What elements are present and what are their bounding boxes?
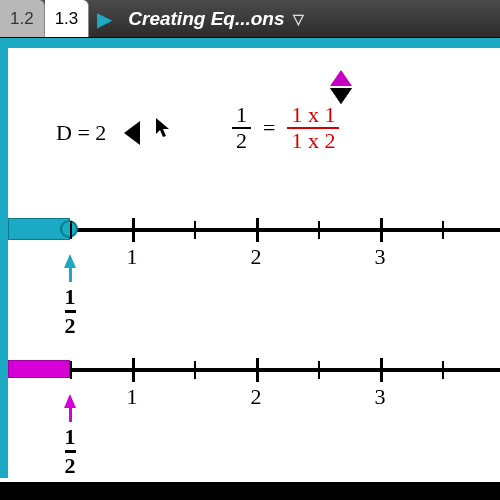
tick2-1-label: 1 — [127, 384, 138, 410]
page-title: Creating Eq...ons ▽ — [120, 0, 500, 37]
d-label: D = 2 — [56, 120, 106, 146]
tick2-2 — [256, 358, 259, 382]
tick2-2-5 — [318, 361, 320, 379]
tick-3 — [380, 218, 383, 242]
pointer-2-arrow-icon — [64, 394, 76, 408]
pointer-1-num: 1 — [65, 286, 76, 308]
tick-3-5 — [442, 221, 444, 239]
pointer-1-arrow-icon — [64, 254, 76, 268]
value-marker[interactable] — [328, 70, 354, 104]
ribbon — [0, 38, 500, 48]
equals-sign: = — [263, 115, 275, 141]
tick2-3-label: 3 — [375, 384, 386, 410]
cursor-icon — [154, 116, 174, 146]
title-chevron-down-icon[interactable]: ▽ — [293, 11, 304, 27]
pointer-2: 1 2 — [64, 394, 76, 477]
tick-1-5 — [194, 221, 196, 239]
tick2-3 — [380, 358, 383, 382]
app-frame: 1.2 1.3 ▶ Creating Eq...ons ▽ D = 2 1 — [0, 0, 500, 500]
tab-1-2[interactable]: 1.2 — [0, 0, 45, 37]
segment-teal-handle[interactable] — [60, 220, 78, 238]
tab-1-3[interactable]: 1.3 — [45, 0, 90, 37]
number-line-1[interactable]: 1 2 3 1 2 — [8, 228, 500, 232]
tick-2 — [256, 218, 259, 242]
fraction-left-num: 1 — [232, 103, 251, 127]
tick2-0-5 — [70, 361, 72, 379]
tick-2-5 — [318, 221, 320, 239]
d-stepper[interactable] — [124, 121, 158, 145]
content-area: D = 2 1 2 = 1 x 1 1 x 2 — [0, 48, 500, 478]
tick-1 — [132, 218, 135, 242]
tick2-2-label: 2 — [251, 384, 262, 410]
bottom-border — [0, 482, 500, 500]
tick2-1 — [132, 358, 135, 382]
tick2-1-5 — [194, 361, 196, 379]
fraction-right-num: 1 x 1 — [287, 103, 339, 127]
tick-0-5 — [70, 221, 72, 239]
fraction-right-den: 1 x 2 — [287, 129, 339, 153]
stepper-left-icon[interactable] — [124, 121, 140, 145]
tick-3-label: 3 — [375, 244, 386, 270]
segment-magenta[interactable] — [8, 360, 70, 378]
fraction-left-den: 2 — [232, 129, 251, 153]
fraction-right: 1 x 1 1 x 2 — [287, 103, 339, 153]
axis-1: 1 2 3 1 2 — [8, 228, 500, 232]
tick-1-label: 1 — [127, 244, 138, 270]
pointer-1-den: 2 — [65, 315, 76, 337]
axis-2: 1 2 3 1 2 — [8, 368, 500, 372]
tick2-3-5 — [442, 361, 444, 379]
pointer-2-num: 1 — [65, 426, 76, 448]
tab-next-icon[interactable]: ▶ — [89, 0, 120, 37]
top-bar: 1.2 1.3 ▶ Creating Eq...ons ▽ — [0, 0, 500, 38]
number-line-2[interactable]: 1 2 3 1 2 — [8, 368, 500, 372]
pointer-1: 1 2 — [64, 254, 76, 337]
segment-teal[interactable] — [8, 218, 70, 240]
fraction-left: 1 2 — [232, 103, 251, 153]
marker-up-icon — [330, 70, 352, 86]
page-title-text: Creating Eq...ons — [128, 8, 284, 30]
d-value-row: D = 2 — [56, 118, 174, 148]
equation: 1 2 = 1 x 1 1 x 2 — [226, 103, 345, 153]
pointer-2-den: 2 — [65, 455, 76, 477]
tick-2-label: 2 — [251, 244, 262, 270]
